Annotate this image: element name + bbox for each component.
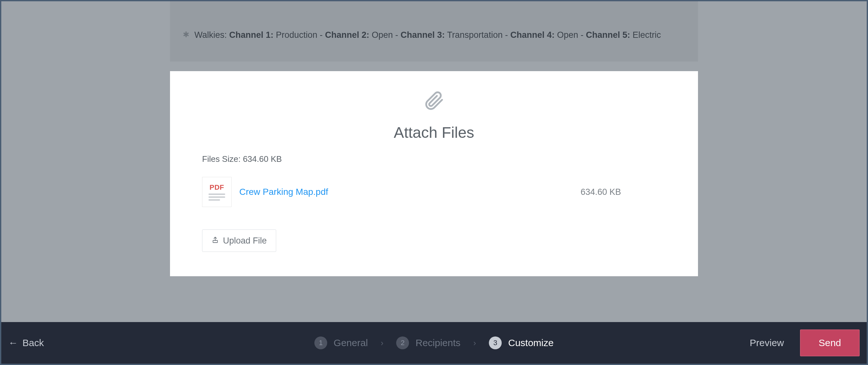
send-button[interactable]: Send	[800, 329, 860, 356]
upload-file-button[interactable]: Upload File	[202, 229, 276, 252]
arrow-left-icon: ←	[8, 337, 18, 349]
asterisk-icon: ✱	[183, 30, 189, 39]
back-button[interactable]: ← Back	[8, 337, 44, 349]
attach-files-title: Attach Files	[394, 124, 474, 141]
files-size-label: Files Size: 634.60 KB	[202, 154, 666, 164]
file-size-value: 634.60 KB	[581, 187, 621, 197]
file-name-link[interactable]: Crew Parking Map.pdf	[239, 187, 328, 197]
step-customize[interactable]: 3 Customize	[489, 336, 554, 349]
pdf-file-icon: PDF	[202, 177, 231, 207]
back-label: Back	[23, 337, 44, 349]
upload-icon	[211, 236, 219, 246]
chevron-right-icon: ›	[381, 338, 384, 348]
step-general[interactable]: 1 General	[314, 336, 368, 349]
walkies-info-bar: ✱ Walkies: Channel 1: Production - Chann…	[170, 1, 698, 62]
upload-file-label: Upload File	[223, 236, 267, 246]
attach-files-card: Attach Files Files Size: 634.60 KB PDF C…	[170, 71, 698, 276]
step-recipients[interactable]: 2 Recipients	[396, 336, 460, 349]
file-row: PDF Crew Parking Map.pdf 634.60 KB	[202, 177, 666, 207]
paperclip-icon	[424, 90, 444, 112]
chevron-right-icon: ›	[473, 338, 476, 348]
preview-button[interactable]: Preview	[750, 337, 784, 349]
step-indicator: 1 General › 2 Recipients › 3 Customize	[314, 336, 554, 349]
walkies-text: Walkies: Channel 1: Production - Channel…	[194, 30, 661, 40]
wizard-footer: ← Back 1 General › 2 Recipients › 3 Cust…	[1, 322, 867, 364]
